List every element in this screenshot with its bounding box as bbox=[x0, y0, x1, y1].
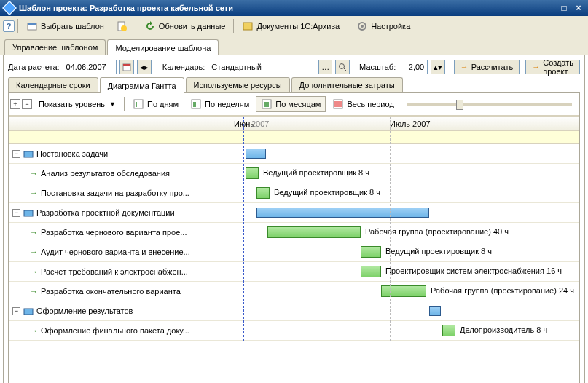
calendar-search-button[interactable] bbox=[335, 60, 350, 74]
documents-button[interactable]: Документы 1С:Архива bbox=[237, 18, 345, 34]
task-bar[interactable] bbox=[267, 226, 361, 238]
task-row[interactable]: → Постановка задачи на разработку про... bbox=[9, 183, 232, 203]
bar-label: Рабочая группа (проектирование) 24 ч bbox=[431, 286, 574, 295]
tab-manage-template[interactable]: Управление шаблоном bbox=[4, 39, 106, 55]
svg-rect-19 bbox=[24, 151, 33, 157]
arrow-icon: → bbox=[532, 63, 540, 71]
subtab-gantt[interactable]: Диаграмма Гантта bbox=[100, 77, 184, 93]
folder-icon bbox=[23, 208, 34, 218]
chart-row: Ведущий проектировщик 8 ч bbox=[232, 164, 579, 183]
task-row[interactable]: → Аудит чернового варианта и внесение... bbox=[9, 242, 232, 262]
expand-all-button[interactable]: + bbox=[10, 99, 20, 109]
date-step-button[interactable]: ◂▸ bbox=[137, 60, 152, 74]
folder-icon bbox=[23, 306, 34, 316]
week-icon bbox=[190, 98, 202, 110]
task-bar[interactable] bbox=[361, 246, 381, 258]
by-days-button[interactable]: По дням bbox=[128, 96, 184, 112]
minimize-button[interactable]: _ bbox=[543, 2, 556, 14]
calendar-ellipsis-button[interactable]: … bbox=[318, 60, 332, 74]
whole-period-button[interactable]: Весь период bbox=[327, 96, 399, 112]
scale-step-button[interactable]: ▴▾ bbox=[431, 60, 445, 74]
refresh-icon bbox=[144, 20, 156, 32]
maximize-button[interactable]: □ bbox=[557, 2, 571, 14]
svg-point-6 bbox=[361, 25, 364, 28]
calendar-input[interactable] bbox=[208, 60, 315, 74]
task-bar[interactable] bbox=[361, 266, 381, 277]
svg-line-10 bbox=[344, 68, 346, 71]
task-bar[interactable] bbox=[256, 187, 270, 199]
task-name: Анализ результатов обследования bbox=[41, 169, 170, 178]
month-label-2: Июль 2007 bbox=[390, 119, 431, 128]
zoom-slider[interactable] bbox=[401, 103, 578, 106]
subtab-costs[interactable]: Дополнительные затраты bbox=[291, 77, 403, 92]
tab-model-template[interactable]: Моделирование шаблона bbox=[107, 39, 219, 55]
new-template-button[interactable] bbox=[111, 18, 133, 34]
bar-label: Ведущий проектировщик 8 ч bbox=[263, 168, 369, 177]
collapse-icon[interactable]: − bbox=[12, 307, 20, 315]
task-row[interactable]: → Оформление финального пакета доку... bbox=[9, 321, 232, 341]
svg-point-3 bbox=[121, 25, 127, 31]
arrow-icon: → bbox=[30, 228, 38, 237]
create-project-button[interactable]: →Создать проект bbox=[525, 60, 580, 74]
subtab-resources[interactable]: Используемые ресурсы bbox=[186, 77, 290, 92]
bar-label: Ведущий проектировщик 8 ч bbox=[385, 247, 492, 256]
app-icon bbox=[2, 1, 17, 15]
task-bar[interactable] bbox=[246, 167, 259, 179]
task-row[interactable]: −Постановка задачи bbox=[9, 144, 232, 164]
chart-row: Ведущий проектировщик 8 ч bbox=[232, 183, 579, 203]
refresh-button[interactable]: Обновить данные bbox=[139, 18, 231, 34]
chart-row: Делопроизводитель 8 ч bbox=[232, 321, 579, 341]
show-level-button[interactable]: Показать уровень▼ bbox=[34, 98, 121, 111]
task-name: Расчёт требований к электроснабжен... bbox=[41, 267, 188, 276]
calculate-button[interactable]: →Рассчитать bbox=[454, 60, 520, 74]
collapse-all-button[interactable]: − bbox=[22, 99, 32, 109]
help-button[interactable]: ? bbox=[3, 20, 15, 32]
svg-rect-18 bbox=[334, 101, 342, 107]
bar-label: Ведущий проектировщик 8 ч bbox=[274, 188, 380, 197]
task-bar[interactable] bbox=[381, 285, 426, 297]
summary-bar[interactable] bbox=[246, 149, 266, 159]
task-bar[interactable] bbox=[442, 325, 455, 336]
task-row[interactable]: → Разработка чернового варианта прое... bbox=[9, 223, 232, 242]
svg-point-9 bbox=[340, 64, 345, 69]
search-icon bbox=[338, 63, 347, 71]
task-row[interactable]: −Оформление результатов bbox=[9, 301, 232, 321]
by-months-button[interactable]: По месяцам bbox=[256, 96, 326, 112]
day-icon bbox=[133, 98, 144, 110]
task-row[interactable]: −Разработка проектной документации bbox=[9, 203, 232, 223]
task-name: Разработка проектной документации bbox=[36, 208, 175, 217]
date-input[interactable] bbox=[63, 60, 117, 74]
chart-row: Рабочая группа (проектирование) 24 ч bbox=[232, 282, 579, 301]
svg-rect-11 bbox=[134, 100, 143, 108]
arrow-icon: → bbox=[460, 63, 469, 71]
subtab-calendar[interactable]: Календарные сроки bbox=[8, 77, 98, 92]
task-row[interactable]: → Анализ результатов обследования bbox=[9, 164, 232, 183]
collapse-icon[interactable]: − bbox=[12, 209, 20, 217]
settings-button[interactable]: Настройка bbox=[351, 18, 415, 34]
template-icon bbox=[26, 20, 38, 32]
arrow-icon: → bbox=[30, 287, 38, 296]
chart-row bbox=[232, 203, 579, 223]
new-icon bbox=[116, 20, 128, 32]
close-button[interactable]: × bbox=[572, 2, 585, 14]
svg-rect-1 bbox=[28, 23, 36, 25]
summary-bar[interactable] bbox=[256, 208, 429, 218]
calendar-label: Календарь: bbox=[162, 63, 205, 71]
month-icon bbox=[261, 98, 273, 110]
summary-bar[interactable] bbox=[429, 306, 441, 316]
date-picker-button[interactable] bbox=[119, 60, 134, 74]
arrow-icon: → bbox=[30, 248, 38, 256]
task-row[interactable]: → Расчёт требований к электроснабжен... bbox=[9, 262, 232, 282]
archive-icon bbox=[242, 20, 254, 32]
by-weeks-button[interactable]: По неделям bbox=[185, 96, 254, 112]
svg-rect-4 bbox=[243, 23, 252, 30]
calendar-icon bbox=[122, 63, 131, 71]
task-name: Разработка окончательного варианта bbox=[41, 287, 181, 296]
bar-label: Делопроизводитель 8 ч bbox=[460, 325, 547, 334]
chart-row: Ведущий проектировщик 8 ч bbox=[232, 242, 579, 262]
scale-input[interactable] bbox=[399, 60, 428, 74]
collapse-icon[interactable]: − bbox=[12, 150, 20, 158]
svg-rect-20 bbox=[24, 210, 33, 216]
task-row[interactable]: → Разработка окончательного варианта bbox=[9, 282, 232, 301]
select-template-button[interactable]: Выбрать шаблон bbox=[21, 18, 109, 34]
